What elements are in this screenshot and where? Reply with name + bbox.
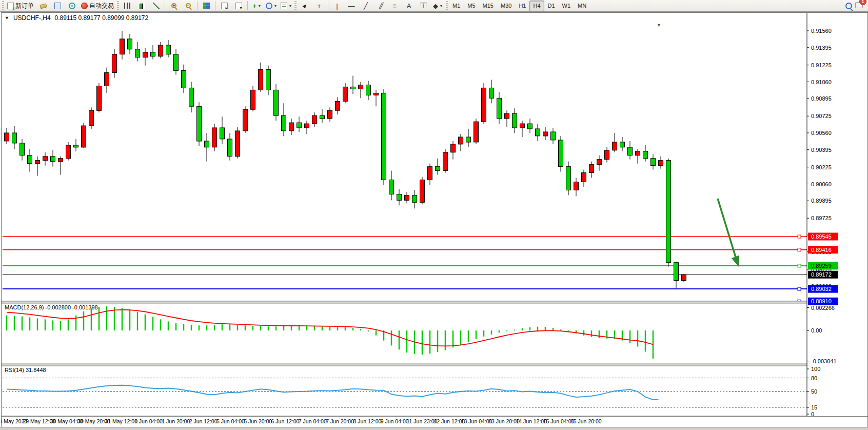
- rsi-axis-label: 100: [811, 366, 820, 372]
- timeframe-button-h4[interactable]: H4: [529, 1, 544, 11]
- text-button[interactable]: A: [402, 0, 416, 11]
- time-tick-label: 13 Jun 20:00: [488, 418, 520, 424]
- time-tick-label: 11 Jun 23:00: [407, 418, 438, 424]
- channel-button[interactable]: ╱╱: [373, 0, 387, 11]
- tile-windows-button[interactable]: [199, 0, 213, 11]
- autotrading-button[interactable]: 自动交易: [79, 0, 116, 11]
- pane-separator[interactable]: [2, 364, 867, 366]
- price-line-label: 0.89545: [811, 233, 832, 240]
- notifications-button[interactable]: 1: [855, 1, 863, 10]
- timeframe-button-m1[interactable]: M1: [449, 1, 464, 11]
- zoom-in-icon: +: [171, 3, 176, 8]
- vertical-line-button[interactable]: |: [330, 0, 344, 11]
- chevron-down-icon[interactable]: ▾: [274, 4, 277, 8]
- wave-icon: [69, 3, 75, 9]
- price-line-label: 0.89172: [811, 271, 832, 278]
- time-tick-label: 7 Jun 20:00: [326, 418, 354, 424]
- toolbar-separator: [165, 1, 165, 10]
- rsi-axis-label: 50: [811, 388, 817, 395]
- trendline-button[interactable]: ╱: [359, 0, 373, 11]
- chart-title-bar: ▼ USDCHF-,H4 0.89115 0.89177 0.89099 0.8…: [5, 14, 148, 22]
- new-order-button[interactable]: 新订单: [5, 0, 36, 11]
- chart-ohlc-values: 0.89115 0.89177 0.89099 0.89172: [55, 14, 149, 22]
- bar-chart-button[interactable]: [120, 0, 134, 11]
- toolbar-grip: [294, 1, 297, 10]
- cursor-button[interactable]: ►: [298, 0, 312, 11]
- fibonacci-button[interactable]: ≡: [387, 0, 402, 11]
- zoom-in-button[interactable]: +: [167, 0, 181, 11]
- line-handle[interactable]: [798, 248, 801, 251]
- indicator-plus-icon: +: [252, 3, 257, 9]
- toolbar-separator: [247, 1, 248, 10]
- line-chart-button[interactable]: [149, 0, 163, 11]
- line-handle[interactable]: [798, 264, 801, 267]
- tester-button[interactable]: [65, 0, 79, 11]
- time-axis[interactable]: 28 May 202329 May 12:0030 May 04:0030 Ma…: [2, 418, 602, 424]
- doc-plus-icon: [7, 3, 14, 9]
- notification-badge: 1: [859, 0, 866, 5]
- autotrading-button-label: 自动交易: [89, 2, 114, 10]
- editor-icon-button[interactable]: [36, 0, 50, 11]
- horizontal-line-icon: —: [348, 3, 355, 9]
- arrows-button[interactable]: ◆▾: [430, 0, 445, 11]
- chart-canvas[interactable]: ▼0.915600.913950.912250.910600.908950.90…: [2, 13, 867, 429]
- periods-button[interactable]: ▾: [264, 0, 279, 11]
- price-axis[interactable]: [807, 13, 867, 416]
- terminal-button[interactable]: [50, 0, 65, 11]
- timeframe-button-m5[interactable]: M5: [464, 1, 479, 11]
- horizontal-line-button[interactable]: —: [344, 0, 359, 11]
- timeframe-button-w1[interactable]: W1: [559, 1, 575, 11]
- chart-shift-icon: [235, 3, 242, 9]
- time-tick-label: 12 Jun 12:00: [433, 418, 465, 424]
- macd-axis-label: -0.003041: [811, 358, 837, 364]
- time-tick-label: 8 Jun 12:00: [353, 418, 381, 424]
- chart-shift-button[interactable]: [231, 0, 246, 11]
- price-line-label: 0.88910: [811, 298, 832, 304]
- collapse-icon[interactable]: ▼: [5, 15, 9, 21]
- chevron-down-icon[interactable]: ▾: [259, 4, 261, 8]
- candlestick-button[interactable]: [134, 0, 149, 11]
- rsi-axis-label: 15: [811, 404, 817, 411]
- trendline-icon: ╱: [364, 3, 368, 9]
- timeframe-button-mn[interactable]: MN: [574, 1, 590, 11]
- toolbar-separator: [215, 1, 215, 10]
- price-tick-label: 0.91560: [811, 28, 832, 34]
- search-icon[interactable]: [845, 3, 852, 9]
- toolbar-grip: [117, 1, 119, 10]
- time-tick-label: 5 Jun 04:00: [216, 418, 245, 424]
- timeframe-button-d1[interactable]: D1: [544, 1, 559, 11]
- line-handle[interactable]: [798, 235, 801, 238]
- timeframe-button-m30[interactable]: M30: [497, 1, 515, 11]
- rsi-label: RSI(14) 31.8448: [5, 367, 46, 373]
- toolbar-grip: [2, 1, 4, 10]
- zoom-out-button[interactable]: −: [181, 0, 195, 11]
- price-line-label: 0.89416: [811, 247, 832, 253]
- time-tick-label: 15 Jun 20:00: [570, 418, 602, 424]
- gold-tag-icon: [40, 4, 47, 9]
- templates-button[interactable]: ▾: [279, 0, 293, 11]
- price-line-label: 0.89259: [811, 263, 832, 269]
- price-tick-label: 0.90895: [811, 95, 832, 102]
- label-button[interactable]: T: [416, 0, 430, 11]
- time-tick-label: 31 May 12:00: [105, 418, 137, 424]
- crosshair-button[interactable]: +: [312, 0, 326, 11]
- auto-scroll-icon: [221, 3, 228, 9]
- autotrade-icon: [81, 3, 88, 9]
- time-tick-label: 6 Jun 12:00: [271, 418, 300, 424]
- timeframe-button-m15[interactable]: M15: [479, 1, 497, 11]
- new-order-button-label: 新订单: [15, 2, 34, 10]
- chart-window: ▼ USDCHF-,H4 0.89115 0.89177 0.89099 0.8…: [1, 12, 868, 428]
- time-tick-label: 15 Jun 04:00: [543, 418, 575, 424]
- mt4-window: 新订单自动交易+−+▾▾▾►+|—╱╱╱≡AT◆▾M1M5M15M30H1H4D…: [0, 0, 868, 430]
- macd-label: MACD(12,26,9) -0.002800 -0.001398: [5, 304, 98, 310]
- clock-icon: [266, 3, 272, 9]
- timeframe-button-h1[interactable]: H1: [515, 1, 529, 11]
- fibonacci-icon: ≡: [392, 3, 397, 9]
- auto-scroll-button[interactable]: [217, 0, 231, 11]
- chevron-down-icon[interactable]: ▾: [289, 4, 291, 8]
- pane-separator[interactable]: [2, 301, 867, 303]
- chevron-down-icon[interactable]: ▾: [440, 4, 442, 8]
- indicators-button[interactable]: +▾: [249, 0, 264, 11]
- line-handle[interactable]: [798, 287, 801, 290]
- time-tick-label: 2 Jun 12:00: [189, 418, 218, 424]
